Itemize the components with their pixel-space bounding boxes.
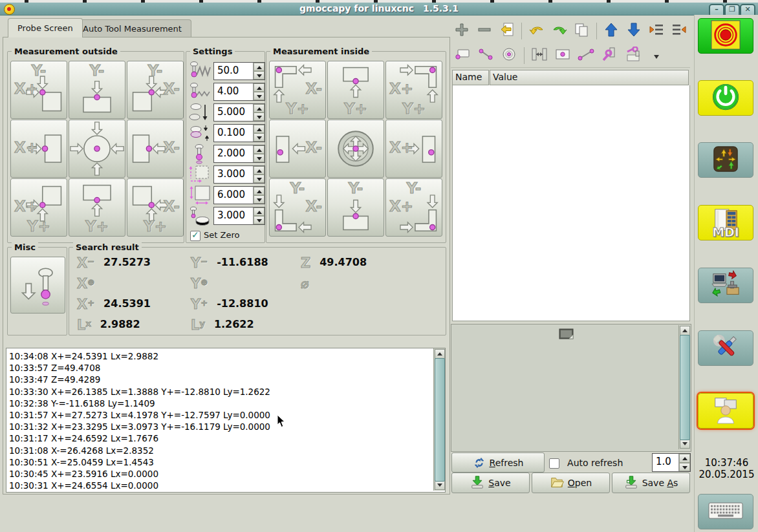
preview-scroll-up[interactable] (680, 326, 690, 335)
settings-spinbox-3-up[interactable] (254, 125, 265, 133)
save-button[interactable]: Save (451, 473, 530, 493)
settings-spinbox-7-value[interactable]: 3.000 (214, 207, 253, 224)
settings-spinbox-2-down[interactable] (254, 112, 265, 121)
auto-mode-button[interactable] (698, 268, 753, 303)
inside-edge-xplus-button[interactable]: X+ (385, 120, 442, 178)
settings-spinbox-5-up[interactable] (254, 166, 265, 175)
settings-spinbox-3[interactable]: 0.100 (213, 124, 265, 142)
settings-button[interactable] (698, 330, 753, 366)
power-button[interactable] (698, 80, 753, 116)
outside-edge-xminus-button[interactable]: X- (127, 120, 184, 178)
outside-edge-yminus-button[interactable]: Y- (69, 61, 125, 119)
outside-center-circle-button[interactable] (69, 120, 125, 178)
settings-spinbox-0-down[interactable] (254, 71, 265, 80)
settings-spinbox-5[interactable]: 3.000 (213, 165, 265, 184)
inside-corner-xplus-yminus-button[interactable]: Y-X+ (385, 178, 442, 237)
settings-spinbox-7-down[interactable] (254, 216, 265, 224)
inside-corner-xminus-yplus-button[interactable]: X-Y+ (269, 61, 326, 119)
probe-angle-button[interactable] (575, 45, 597, 66)
set-zero-checkbox[interactable] (190, 231, 200, 241)
settings-spinbox-4[interactable]: 2.000 (213, 145, 265, 163)
remove-button[interactable] (474, 21, 495, 41)
probe-circle-button[interactable] (498, 45, 520, 66)
outside-corner-xminus-yminus-button[interactable]: Y-X- (127, 61, 184, 119)
probe-rect-button[interactable] (451, 45, 473, 66)
inside-center-circle-button[interactable] (327, 120, 384, 178)
estop-button[interactable] (698, 18, 753, 54)
preview-scrollbar-thumb[interactable] (680, 335, 690, 440)
copy-button[interactable] (571, 21, 592, 41)
probe-rect-center-button[interactable] (552, 45, 574, 66)
indent-less-button[interactable] (668, 21, 689, 41)
outside-edge-yplus-button[interactable]: Y+ (69, 178, 125, 237)
save-as-button[interactable]: Save As (612, 473, 690, 493)
settings-spinbox-7[interactable]: 3.000 (213, 207, 265, 225)
misc-probe-down-button[interactable] (10, 257, 65, 314)
settings-spinbox-1-value[interactable]: 4.00 (214, 83, 253, 100)
user-button[interactable] (698, 393, 753, 429)
interval-down-button[interactable] (679, 463, 690, 472)
tab-probe-screen[interactable]: Probe Screen (8, 18, 83, 37)
settings-spinbox-6-value[interactable]: 6.000 (214, 187, 253, 204)
settings-spinbox-6-up[interactable] (254, 187, 265, 195)
add-button[interactable] (451, 21, 473, 41)
outside-corner-xplus-yminus-button[interactable]: Y-X+ (10, 61, 67, 119)
inside-edge-yminus-button[interactable]: Y- (327, 178, 384, 237)
settings-spinbox-2-up[interactable] (254, 104, 265, 112)
log-scrollbar-thumb[interactable] (435, 358, 445, 482)
tab-auto-tool-measurement[interactable]: Auto Tool Measurement (73, 19, 191, 37)
inside-corner-xplus-yplus-button[interactable]: X+Y+ (385, 61, 442, 119)
manual-mode-button[interactable] (698, 142, 753, 178)
toolbar-dropdown-button[interactable] (653, 45, 662, 66)
scroll-down-button[interactable] (435, 480, 445, 490)
outside-corner-xplus-yplus-button[interactable]: X+Y+ (10, 178, 67, 237)
outside-corner-xminus-yplus-button[interactable]: X-Y+ (127, 178, 184, 237)
move-down-button[interactable] (623, 21, 645, 41)
settings-spinbox-3-down[interactable] (254, 133, 265, 142)
probe-line-button[interactable] (475, 45, 497, 66)
indent-more-button[interactable] (645, 21, 667, 41)
open-button[interactable]: Open (532, 473, 610, 493)
settings-spinbox-4-down[interactable] (254, 154, 265, 162)
settings-spinbox-0-up[interactable] (254, 63, 265, 71)
settings-spinbox-3-value[interactable]: 0.100 (214, 125, 253, 142)
settings-spinbox-6-down[interactable] (254, 195, 265, 204)
undo-button[interactable] (526, 21, 547, 41)
inside-corner-xminus-yminus-button[interactable]: Y-X- (269, 178, 326, 237)
settings-spinbox-1[interactable]: 4.00 (213, 83, 265, 101)
inside-edge-xminus-button[interactable]: X- (269, 120, 326, 178)
settings-spinbox-1-up[interactable] (254, 83, 265, 92)
settings-spinbox-5-value[interactable]: 3.000 (214, 166, 253, 183)
outside-edge-xplus-button[interactable]: X+ (10, 120, 67, 178)
mdi-mode-button[interactable]: MDI (698, 205, 753, 240)
preview-scroll-down[interactable] (680, 439, 690, 449)
column-header-name[interactable]: Name (452, 70, 489, 85)
inside-edge-yplus-button[interactable]: Y+ (327, 61, 384, 119)
preview-scrollbar[interactable] (678, 325, 690, 449)
settings-spinbox-2-value[interactable]: 5.000 (214, 104, 253, 121)
revert-button[interactable] (497, 21, 518, 41)
settings-spinbox-0[interactable]: 50.0 (213, 62, 265, 80)
settings-spinbox-4-value[interactable]: 2.000 (214, 145, 253, 162)
settings-spinbox-0-value[interactable]: 50.0 (214, 63, 253, 80)
scroll-up-button[interactable] (435, 349, 445, 359)
result-table-body[interactable] (452, 85, 690, 321)
move-up-button[interactable] (601, 21, 622, 41)
settings-spinbox-6[interactable]: 6.000 (213, 186, 265, 204)
settings-spinbox-4-up[interactable] (254, 145, 265, 154)
probe-log-area[interactable]: 10:34:08 X+=24.5391 Lx=2.988210:33:57 Z=… (6, 348, 446, 493)
refresh-interval-spinbox[interactable]: 1.0 (652, 453, 691, 472)
settings-spinbox-2[interactable]: 5.000 (213, 103, 265, 122)
interval-up-button[interactable] (679, 454, 690, 463)
titlebar[interactable]: gmoccapy for linuxcnc1.5.3.1 – ❐ ✕ (0, 3, 758, 16)
settings-spinbox-5-down[interactable] (254, 175, 265, 183)
column-header-value[interactable]: Value (490, 70, 689, 85)
keyboard-button[interactable] (698, 494, 753, 529)
refresh-interval-value[interactable]: 1.0 (653, 454, 678, 471)
settings-spinbox-7-up[interactable] (254, 207, 265, 216)
auto-refresh-checkbox[interactable] (549, 458, 559, 469)
refresh-button[interactable]: Refresh (451, 452, 545, 473)
settings-spinbox-1-down[interactable] (254, 92, 265, 100)
probe-toolbox-button[interactable] (622, 45, 644, 66)
redo-button[interactable] (548, 21, 570, 41)
